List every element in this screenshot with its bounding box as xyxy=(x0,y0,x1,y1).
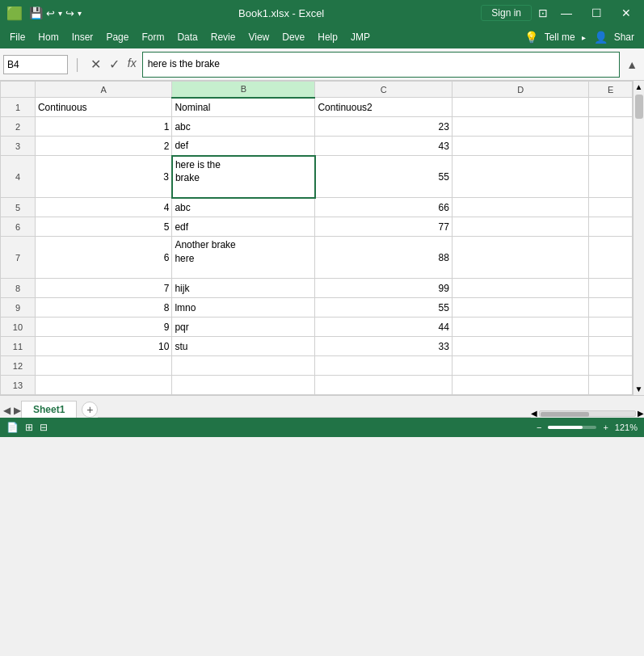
cell-B11[interactable]: stu xyxy=(172,337,315,356)
cell-C8[interactable]: 99 xyxy=(315,279,452,298)
menu-review[interactable]: Revie xyxy=(204,28,242,46)
cell-B6[interactable]: edf xyxy=(172,217,315,237)
cell-D5[interactable] xyxy=(452,198,588,217)
menu-page[interactable]: Page xyxy=(99,28,135,46)
menu-help[interactable]: Help xyxy=(311,28,344,46)
formula-cancel-icon[interactable]: ✕ xyxy=(88,57,103,72)
share-label[interactable]: Shar xyxy=(608,28,641,46)
cell-C5[interactable]: 66 xyxy=(315,198,452,217)
cell-D9[interactable] xyxy=(452,298,588,317)
cell-B12[interactable] xyxy=(172,356,315,376)
maximize-icon[interactable]: ☐ xyxy=(585,6,608,19)
menu-jmp[interactable]: JMP xyxy=(344,28,377,46)
menu-view[interactable]: View xyxy=(242,28,276,46)
menu-insert[interactable]: Inser xyxy=(65,28,100,46)
tab-scroll-right-btn[interactable]: ▶ xyxy=(14,405,21,416)
row-header-5[interactable]: 5 xyxy=(1,198,36,217)
zoom-in-btn[interactable]: + xyxy=(603,423,608,432)
cell-C12[interactable] xyxy=(315,356,452,376)
cell-E2[interactable] xyxy=(589,117,633,137)
cell-D2[interactable] xyxy=(452,117,588,137)
cell-D7[interactable] xyxy=(452,237,588,279)
minimize-icon[interactable]: — xyxy=(554,6,579,19)
cell-D12[interactable] xyxy=(452,356,588,376)
cell-B10[interactable]: pqr xyxy=(172,317,315,337)
scroll-up-btn[interactable]: ▲ xyxy=(633,81,644,91)
menu-formulas[interactable]: Form xyxy=(135,28,170,46)
formula-confirm-icon[interactable]: ✓ xyxy=(107,57,122,72)
cell-A4[interactable]: 3 xyxy=(35,156,171,198)
undo-dropdown-icon[interactable]: ▾ xyxy=(58,9,62,18)
row-header-6[interactable]: 6 xyxy=(1,217,36,237)
cell-B13[interactable] xyxy=(172,376,315,395)
cell-C13[interactable] xyxy=(315,376,452,395)
cell-A12[interactable] xyxy=(35,356,171,376)
redo-icon[interactable]: ↪ xyxy=(65,7,74,19)
cell-C4[interactable]: 55 xyxy=(315,156,452,198)
row-header-7[interactable]: 7 xyxy=(1,237,36,279)
row-header-9[interactable]: 9 xyxy=(1,298,36,317)
scroll-thumb[interactable] xyxy=(635,95,643,119)
cell-E8[interactable] xyxy=(589,279,633,298)
cell-A6[interactable]: 5 xyxy=(35,217,171,237)
cell-A9[interactable]: 8 xyxy=(35,298,171,317)
cell-B4[interactable]: here is the brake xyxy=(172,156,315,198)
col-header-A[interactable]: A xyxy=(35,82,171,98)
cell-D3[interactable] xyxy=(452,137,588,156)
close-icon[interactable]: ✕ xyxy=(615,6,638,19)
col-header-E[interactable]: E xyxy=(589,82,633,98)
row-header-4[interactable]: 4 xyxy=(1,156,36,198)
cell-D11[interactable] xyxy=(452,337,588,356)
cell-A11[interactable]: 10 xyxy=(35,337,171,356)
sheet-tab-sheet1[interactable]: Sheet1 xyxy=(21,401,77,418)
cell-ref-box[interactable] xyxy=(3,55,68,74)
cell-E4[interactable] xyxy=(589,156,633,198)
cell-C10[interactable]: 44 xyxy=(315,317,452,337)
cell-A2[interactable]: 1 xyxy=(35,117,171,137)
cell-B5[interactable]: abc xyxy=(172,198,315,217)
col-header-D[interactable]: D xyxy=(452,82,588,98)
row-header-12[interactable]: 12 xyxy=(1,356,36,376)
row-header-1[interactable]: 1 xyxy=(1,98,36,117)
cell-D8[interactable] xyxy=(452,279,588,298)
zoom-out-btn[interactable]: − xyxy=(537,423,541,432)
cell-A8[interactable]: 7 xyxy=(35,279,171,298)
cell-C2[interactable]: 23 xyxy=(315,117,452,137)
cell-D4[interactable] xyxy=(452,156,588,198)
hscroll-left-btn[interactable]: ◀ xyxy=(531,409,537,418)
cell-D1[interactable] xyxy=(452,98,588,117)
sign-in-button[interactable]: Sign in xyxy=(481,5,532,21)
add-sheet-button[interactable]: + xyxy=(82,402,98,418)
scroll-down-btn[interactable]: ▼ xyxy=(633,385,644,393)
fullscreen-icon[interactable]: ⊡ xyxy=(538,6,548,19)
row-header-11[interactable]: 11 xyxy=(1,337,36,356)
hscroll-right-btn[interactable]: ▶ xyxy=(638,409,644,418)
cell-C1[interactable]: Continuous2 xyxy=(315,98,452,117)
cell-A7[interactable]: 6 xyxy=(35,237,171,279)
cell-B3[interactable]: def xyxy=(172,137,315,156)
row-header-2[interactable]: 2 xyxy=(1,117,36,137)
quick-save-icon[interactable]: 💾 xyxy=(29,6,43,19)
formula-scroll-icon[interactable]: ▲ xyxy=(623,58,641,71)
cell-E3[interactable] xyxy=(589,137,633,156)
account-icon[interactable]: 👤 xyxy=(594,31,608,44)
cell-E1[interactable] xyxy=(589,98,633,117)
menu-developer[interactable]: Deve xyxy=(276,28,311,46)
hscroll-thumb[interactable] xyxy=(541,412,589,417)
cell-E13[interactable] xyxy=(589,376,633,395)
cell-A1[interactable]: Continuous xyxy=(35,98,171,117)
status-page-layout-icon[interactable]: 📄 xyxy=(6,422,19,433)
cell-A10[interactable]: 9 xyxy=(35,317,171,337)
col-header-B[interactable]: B xyxy=(172,82,315,98)
cell-E7[interactable] xyxy=(589,237,633,279)
menu-file[interactable]: File xyxy=(3,28,32,46)
tab-scroll-left-btn[interactable]: ◀ xyxy=(3,405,11,416)
cell-E10[interactable] xyxy=(589,317,633,337)
menu-data[interactable]: Data xyxy=(170,28,204,46)
cell-E5[interactable] xyxy=(589,198,633,217)
cell-E11[interactable] xyxy=(589,337,633,356)
tell-me-label[interactable]: Tell me xyxy=(538,28,582,46)
cell-D6[interactable] xyxy=(452,217,588,237)
cell-A3[interactable]: 2 xyxy=(35,137,171,156)
status-grid-icon[interactable]: ⊞ xyxy=(25,422,33,433)
